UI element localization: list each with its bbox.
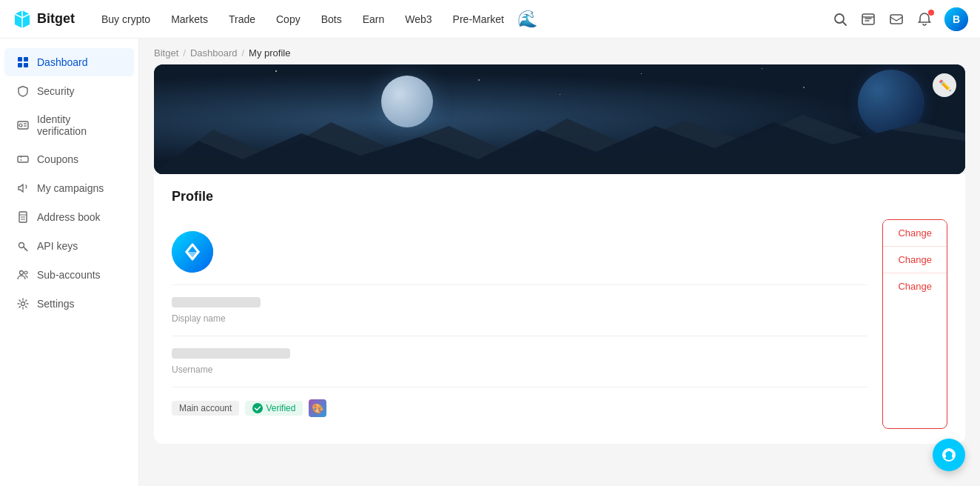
username-field: Username — [172, 348, 290, 375]
gear-icon — [16, 297, 30, 310]
breadcrumb-bitget[interactable]: Bitget — [154, 47, 178, 59]
svg-rect-4 — [890, 15, 902, 24]
sidebar-item-coupons[interactable]: Coupons — [4, 145, 134, 173]
svg-rect-31 — [944, 454, 946, 458]
top-navigation: Bitget Buy crypto Markets Trade Copy Bot… — [0, 0, 980, 39]
profile-banner: ✏️ — [154, 64, 965, 174]
support-chat-button[interactable] — [933, 439, 965, 471]
key-icon — [16, 239, 30, 253]
svg-text:B: B — [953, 13, 960, 25]
change-displayname-button[interactable]: Change — [883, 246, 947, 273]
sidebar-address-label: Address book — [37, 211, 101, 223]
svg-rect-2 — [862, 14, 874, 24]
sidebar-security-label: Security — [37, 85, 75, 97]
notification-icon[interactable] — [916, 11, 933, 27]
breadcrumb: Bitget / Dashboard / My profile — [139, 39, 980, 64]
sidebar: Dashboard Security Identity verification — [0, 39, 139, 486]
profile-avatar[interactable] — [172, 231, 213, 273]
svg-point-12 — [19, 124, 22, 127]
change-avatar-button[interactable]: Change — [883, 220, 947, 246]
wave-icon: 🌊 — [516, 7, 540, 31]
svg-point-25 — [21, 302, 25, 306]
display-name-value — [172, 297, 261, 307]
profile-badges-row: Main account Verified 🎨 — [172, 387, 867, 429]
sidebar-item-api-keys[interactable]: API keys — [4, 232, 134, 260]
nav-earn[interactable]: Earn — [354, 9, 394, 30]
book-icon — [16, 210, 30, 224]
nav-right: B — [832, 7, 968, 31]
sidebar-coupons-label: Coupons — [37, 153, 78, 165]
svg-point-24 — [24, 271, 27, 274]
sidebar-item-identity[interactable]: Identity verification — [4, 106, 134, 144]
svg-rect-9 — [18, 63, 22, 67]
nav-web3[interactable]: Web3 — [396, 9, 440, 30]
grid-icon — [16, 56, 30, 69]
main-account-badge: Main account — [172, 401, 239, 416]
shield-icon — [16, 84, 30, 98]
headset-icon — [941, 447, 957, 463]
user-avatar[interactable]: B — [944, 7, 968, 31]
display-name-field: Display name — [172, 297, 261, 324]
ticket-icon — [16, 153, 30, 166]
username-label: Username — [172, 364, 290, 375]
nav-pre-market[interactable]: Pre-Market — [444, 9, 513, 30]
sidebar-campaigns-label: My campaigns — [37, 182, 104, 194]
breadcrumb-dashboard[interactable]: Dashboard — [190, 47, 238, 59]
nav-bots[interactable]: Bots — [312, 9, 351, 30]
brand-name: Bitget — [37, 11, 75, 27]
sidebar-item-security[interactable]: Security — [4, 77, 134, 105]
edit-banner-button[interactable]: ✏️ — [933, 73, 956, 97]
nav-trade[interactable]: Trade — [220, 9, 264, 30]
change-username-button[interactable]: Change — [883, 273, 947, 299]
nav-copy[interactable]: Copy — [267, 9, 309, 30]
breadcrumb-current: My profile — [249, 47, 290, 59]
logo[interactable]: Bitget — [12, 9, 75, 30]
nav-markets[interactable]: Markets — [162, 9, 217, 30]
sidebar-item-settings[interactable]: Settings — [4, 290, 134, 318]
svg-rect-8 — [24, 57, 28, 61]
username-value — [172, 348, 290, 359]
svg-point-23 — [20, 271, 24, 275]
sidebar-item-dashboard[interactable]: Dashboard — [4, 48, 134, 76]
id-card-icon — [16, 119, 30, 132]
svg-point-0 — [835, 14, 844, 23]
message-icon[interactable] — [888, 11, 905, 27]
nav-buy-crypto[interactable]: Buy crypto — [93, 9, 159, 30]
profile-displayname-row: Display name — [172, 285, 867, 336]
megaphone-icon — [16, 182, 30, 195]
svg-rect-32 — [952, 454, 954, 458]
sidebar-item-sub-accounts[interactable]: Sub-accounts — [4, 261, 134, 289]
sidebar-item-campaigns[interactable]: My campaigns — [4, 174, 134, 202]
users-icon — [16, 268, 30, 282]
profile-avatar-row — [172, 219, 867, 285]
svg-rect-7 — [18, 57, 22, 61]
svg-rect-15 — [18, 156, 28, 162]
sidebar-dashboard-label: Dashboard — [37, 56, 88, 68]
search-icon[interactable] — [832, 11, 848, 27]
profile-username-row: Username — [172, 336, 867, 387]
badges-container: Main account Verified 🎨 — [172, 399, 867, 417]
svg-rect-10 — [24, 63, 28, 67]
svg-line-1 — [843, 22, 846, 25]
sidebar-api-label: API keys — [37, 240, 78, 252]
nav-items: Buy crypto Markets Trade Copy Bots Earn … — [93, 7, 826, 31]
main-content: Bitget / Dashboard / My profile — [139, 39, 980, 486]
sidebar-identity-label: Identity verification — [37, 113, 122, 137]
profile-section: Profile — [154, 174, 965, 444]
verified-check-icon — [252, 403, 263, 413]
notification-badge — [928, 10, 934, 16]
sidebar-item-address-book[interactable]: Address book — [4, 203, 134, 231]
verified-badge: Verified — [245, 401, 303, 416]
sidebar-subaccounts-label: Sub-accounts — [37, 269, 101, 281]
nft-badge: 🎨 — [309, 399, 326, 417]
banner-mountains — [154, 115, 965, 174]
change-buttons-panel: Change Change Change — [882, 219, 947, 429]
display-name-label: Display name — [172, 313, 261, 324]
sidebar-settings-label: Settings — [37, 298, 75, 310]
svg-point-29 — [252, 403, 263, 413]
profile-title: Profile — [172, 189, 947, 204]
transfer-icon[interactable] — [860, 11, 876, 27]
